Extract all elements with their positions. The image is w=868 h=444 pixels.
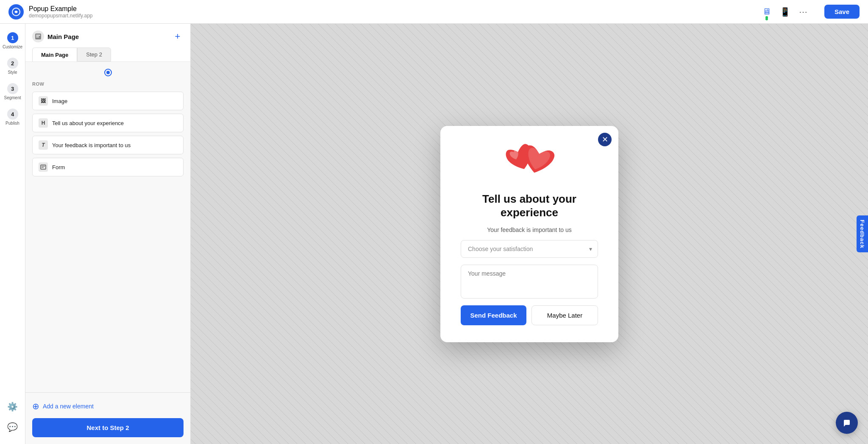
save-button[interactable]: Save [824,5,860,19]
mobile-view-btn[interactable]: 📱 [777,4,794,20]
element-label-text: Your feedback is important to us [52,142,131,148]
topbar: Popup Example demopopupsmart.netlify.app… [0,0,868,24]
panel-footer: ⊕ Add a new element Next to Step 2 [25,392,190,444]
svg-rect-4 [41,165,46,169]
next-step-button[interactable]: Next to Step 2 [32,418,184,437]
canvas: ✕ Tell us [191,24,868,444]
radio-dot-inner [106,71,110,74]
add-element-button[interactable]: ⊕ Add a new element [32,399,184,413]
desktop-view-btn[interactable]: 🖥 [758,4,775,20]
topbar-title-block: Popup Example demopopupsmart.netlify.app [29,5,93,19]
device-toggle-group: 🖥 📱 ⋯ [758,4,811,20]
popup-buttons: Send Feedback Maybe Later [461,305,598,325]
row-section-label: ROW [32,81,184,87]
element-row-form[interactable]: Form [32,158,184,176]
settings-button[interactable]: ⚙️ [4,398,21,415]
popup-modal: ✕ Tell us [440,126,618,342]
sidebar-item-segment[interactable]: 3 Segment [2,80,24,103]
step-4-num: 4 [7,109,18,120]
step-1-num: 1 [7,32,18,43]
sidebar-item-customize[interactable]: 1 Customize [2,29,24,53]
sidebar-item-style-label: Style [8,70,17,75]
popup-select-wrapper: Choose your satisfaction Very Satisfied … [461,240,598,258]
panel-title: Main Page [47,33,168,40]
main-area: 1 Customize 2 Style 3 Segment 4 Publish … [0,24,868,444]
sidebar-item-publish[interactable]: 4 Publish [2,105,24,129]
step-3-num: 3 [7,83,18,94]
panel-tabs: Main Page Step 2 [32,47,184,61]
element-row-image[interactable]: 🖼 Image [32,92,184,110]
sidebar-item-customize-label: Customize [3,45,22,49]
topbar-title: Popup Example [29,5,93,13]
message-textarea[interactable] [461,265,598,299]
add-element-plus-icon: ⊕ [32,401,39,411]
panel: Main Page + Main Page Step 2 ROW 🖼 Image [25,24,191,444]
tab-main-page[interactable]: Main Page [32,47,77,61]
text-element-icon: T [39,140,48,150]
sidebar-item-style[interactable]: 2 Style [2,54,24,78]
tab-step-2[interactable]: Step 2 [77,47,111,61]
app-logo [8,4,24,20]
panel-add-btn[interactable]: + [172,31,184,42]
popup-subtext: Your feedback is important to us [487,226,572,233]
element-row-text[interactable]: T Your feedback is important to us [32,136,184,154]
element-label-form: Form [52,164,65,170]
sidebar-item-publish-label: Publish [6,121,19,126]
panel-body: ROW 🖼 Image H Tell us about your experie… [25,62,190,392]
sidebar-item-segment-label: Segment [4,95,21,100]
sidebar: 1 Customize 2 Style 3 Segment 4 Publish … [0,24,25,444]
chat-sidebar-button[interactable]: 💬 [4,419,21,436]
radio-dot [104,69,112,76]
svg-rect-2 [36,35,40,36]
form-element-icon [39,162,48,172]
panel-header: Main Page + Main Page Step 2 [25,24,190,62]
element-label-image: Image [52,98,67,104]
add-element-label: Add a new element [43,403,94,410]
feedback-side-tab[interactable]: Feedback [857,215,868,253]
feedback-tab-wrapper: Feedback [857,215,868,253]
topbar-url: demopopupsmart.netlify.app [29,13,93,19]
element-row-heading[interactable]: H Tell us about your experience [32,114,184,132]
heading-element-icon: H [39,118,48,128]
popup-heading: Tell us about your experience [461,192,598,220]
panel-title-icon [32,31,44,42]
image-element-icon: 🖼 [39,96,48,106]
svg-rect-3 [36,36,39,37]
popup-image [504,143,555,185]
send-feedback-button[interactable]: Send Feedback [461,305,526,325]
step-2-num: 2 [7,58,18,69]
more-options-btn[interactable]: ⋯ [796,4,811,20]
satisfaction-select[interactable]: Choose your satisfaction Very Satisfied … [461,240,598,258]
chat-bubble-button[interactable] [836,412,858,434]
popup-close-button[interactable]: ✕ [598,133,612,146]
maybe-later-button[interactable]: Maybe Later [531,305,598,325]
element-label-heading: Tell us about your experience [52,120,124,126]
